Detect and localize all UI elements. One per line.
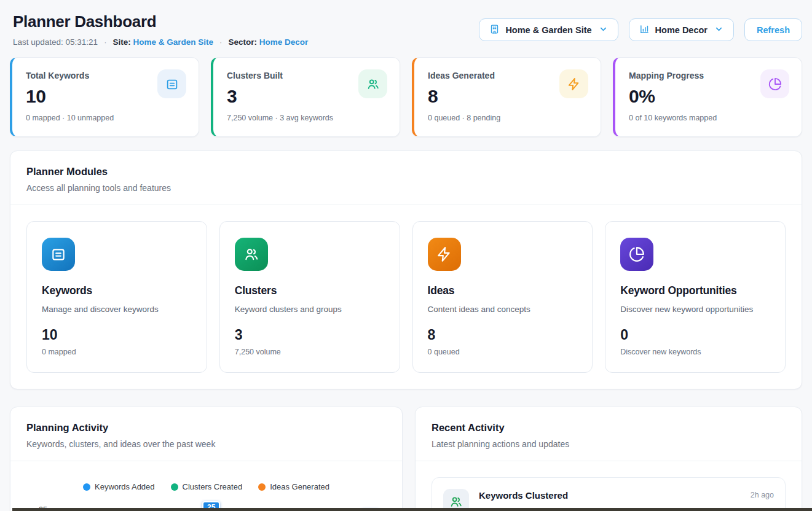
sector-meta: Sector: Home Decor xyxy=(228,37,308,47)
pie-chart-icon xyxy=(760,69,789,98)
planning-activity-header: Planning Activity Keywords, clusters, an… xyxy=(10,407,402,461)
activity-list: Keywords Clustered 3 new clusters create… xyxy=(416,461,802,511)
users-icon xyxy=(235,238,268,271)
planning-activity-subtitle: Keywords, clusters, and ideas over the p… xyxy=(26,439,386,449)
legend-label: Keywords Added xyxy=(95,482,155,491)
site-label: Site: xyxy=(112,37,130,47)
legend-label: Ideas Generated xyxy=(270,482,329,491)
planner-dashboard-page: Planner Dashboard Last updated: 05:31:21… xyxy=(0,0,812,511)
legend-dot-green xyxy=(171,483,178,491)
meta-separator: · xyxy=(219,37,222,47)
document-lines-icon xyxy=(157,69,186,98)
planning-activity-title: Planning Activity xyxy=(26,422,386,434)
stat-card-mapping-progress: Mapping Progress 0% 0 of 10 keywords map… xyxy=(613,57,802,137)
pie-chart-icon xyxy=(620,238,653,271)
document-lines-icon xyxy=(42,238,75,271)
module-card-clusters[interactable]: Clusters Keyword clusters and groups 3 7… xyxy=(219,221,400,373)
modules-grid: Keywords Manage and discover keywords 10… xyxy=(10,205,802,389)
toolbar: Home & Garden Site Home Decor Refresh xyxy=(479,18,802,41)
stat-subtext: 0 of 10 keywords mapped xyxy=(629,114,788,122)
legend-item-keywords-added: Keywords Added xyxy=(83,482,155,491)
module-card-keywords[interactable]: Keywords Manage and discover keywords 10… xyxy=(26,221,207,373)
modules-title: Planner Modules xyxy=(26,166,786,177)
topbar-left: Planner Dashboard Last updated: 05:31:21… xyxy=(13,10,308,47)
building-icon xyxy=(489,24,500,36)
last-updated-text: Last updated: 05:31:21 xyxy=(13,37,98,47)
lightning-icon xyxy=(559,69,588,98)
module-value: 10 xyxy=(42,327,192,343)
page-title: Planner Dashboard xyxy=(13,12,308,31)
site-meta: Site: Home & Garden Site xyxy=(112,37,213,47)
modules-subtitle: Access all planning tools and features xyxy=(26,183,786,193)
refresh-label: Refresh xyxy=(757,25,790,35)
activity-item-keywords-clustered: Keywords Clustered 3 new clusters create… xyxy=(432,477,786,511)
legend-item-clusters-created: Clusters Created xyxy=(171,482,243,491)
planning-activity-panel: Planning Activity Keywords, clusters, an… xyxy=(10,407,403,511)
module-title: Ideas xyxy=(428,284,578,297)
stat-subtext: 7,250 volume · 3 avg keywords xyxy=(227,114,386,122)
sector-link[interactable]: Home Decor xyxy=(259,37,309,47)
module-description: Content ideas and concepts xyxy=(428,305,578,314)
legend-item-ideas-generated: Ideas Generated xyxy=(258,482,329,491)
users-icon xyxy=(358,69,387,98)
recent-activity-subtitle: Latest planning actions and updates xyxy=(432,439,786,449)
meta-separator: · xyxy=(104,37,106,47)
module-subtext: 0 queued xyxy=(428,348,578,356)
module-value: 8 xyxy=(428,327,578,343)
topbar: Planner Dashboard Last updated: 05:31:21… xyxy=(13,10,802,47)
module-value: 0 xyxy=(620,327,770,343)
lightning-icon xyxy=(428,238,461,271)
module-subtext: Discover new keywords xyxy=(620,348,770,356)
module-description: Keyword clusters and groups xyxy=(235,305,385,314)
module-title: Clusters xyxy=(235,284,385,297)
planner-modules-panel: Planner Modules Access all planning tool… xyxy=(10,150,802,389)
module-card-ideas[interactable]: Ideas Content ideas and concepts 8 0 que… xyxy=(412,221,593,373)
sector-selector-button[interactable]: Home Decor xyxy=(629,18,734,41)
modules-panel-header: Planner Modules Access all planning tool… xyxy=(10,151,802,205)
page-meta: Last updated: 05:31:21 · Site: Home & Ga… xyxy=(13,37,308,47)
module-subtext: 7,250 volume xyxy=(235,348,385,356)
site-selector-button[interactable]: Home & Garden Site xyxy=(479,18,618,41)
stat-cards-row: Total Keywords 10 0 mapped · 10 unmapped… xyxy=(10,57,802,137)
stat-subtext: 0 queued · 8 pending xyxy=(428,114,587,122)
bottom-edge-bar xyxy=(12,508,812,511)
sector-selector-label: Home Decor xyxy=(655,25,708,35)
refresh-button[interactable]: Refresh xyxy=(744,18,802,41)
recent-activity-panel: Recent Activity Latest planning actions … xyxy=(415,407,802,511)
chevron-down-icon xyxy=(599,25,608,36)
legend-dot-orange xyxy=(258,483,266,491)
activity-item-timestamp: 2h ago xyxy=(751,491,774,499)
module-description: Discover new keyword opportunities xyxy=(620,305,770,314)
module-subtext: 0 mapped xyxy=(42,348,192,356)
module-description: Manage and discover keywords xyxy=(42,305,192,314)
bar-chart-icon xyxy=(639,24,650,36)
site-link[interactable]: Home & Garden Site xyxy=(133,37,214,47)
recent-activity-title: Recent Activity xyxy=(432,422,786,434)
bottom-row: Planning Activity Keywords, clusters, an… xyxy=(10,407,802,511)
chevron-down-icon xyxy=(714,25,723,36)
module-title: Keyword Opportunities xyxy=(620,284,770,297)
recent-activity-header: Recent Activity Latest planning actions … xyxy=(416,407,802,461)
module-title: Keywords xyxy=(42,284,192,297)
module-card-keyword-opportunities[interactable]: Keyword Opportunities Discover new keywo… xyxy=(605,221,786,373)
legend-dot-blue xyxy=(83,483,90,491)
site-selector-label: Home & Garden Site xyxy=(505,25,591,35)
stat-card-total-keywords: Total Keywords 10 0 mapped · 10 unmapped xyxy=(10,57,199,137)
legend-label: Clusters Created xyxy=(183,482,243,491)
stat-card-clusters-built: Clusters Built 3 7,250 volume · 3 avg ke… xyxy=(211,57,400,137)
stat-card-ideas-generated: Ideas Generated 8 0 queued · 8 pending xyxy=(412,57,601,137)
sector-label: Sector: xyxy=(228,37,257,47)
stat-subtext: 0 mapped · 10 unmapped xyxy=(26,114,185,122)
module-value: 3 xyxy=(235,327,385,343)
chart-legend: Keywords Added Clusters Created Ideas Ge… xyxy=(10,482,402,491)
activity-item-title: Keywords Clustered xyxy=(479,490,568,501)
